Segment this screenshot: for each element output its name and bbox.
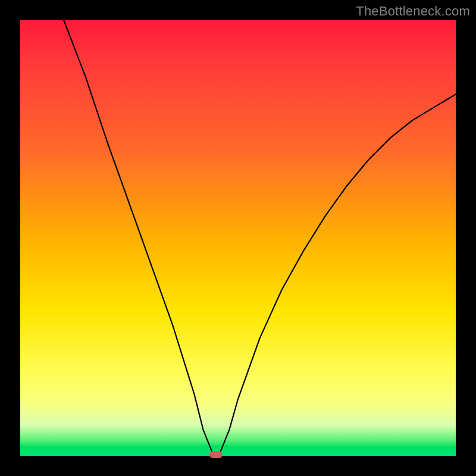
attribution-text: TheBottleneck.com [356, 4, 470, 19]
bottleneck-curve [20, 20, 456, 456]
curve-path [64, 20, 456, 456]
chart-frame: TheBottleneck.com [0, 0, 476, 476]
plot-area [20, 20, 456, 456]
optimum-marker [209, 451, 223, 458]
